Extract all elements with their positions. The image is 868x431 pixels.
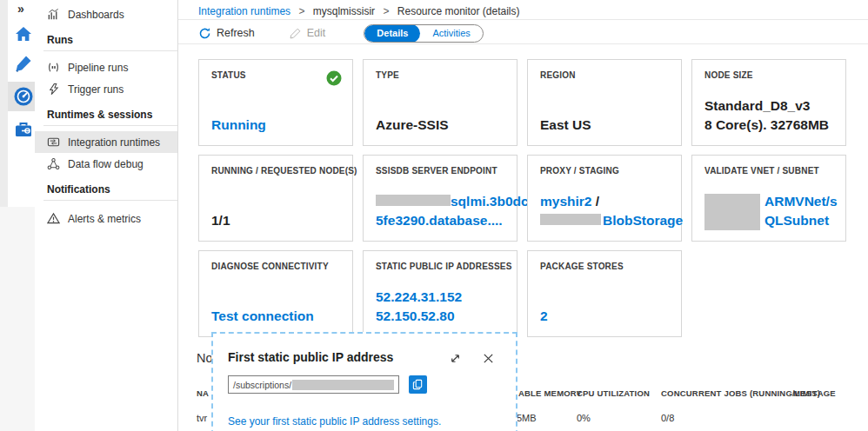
alerts-warning-icon: [47, 212, 60, 225]
toolbar: Refresh Edit Details Activities: [198, 23, 484, 43]
static-ip-2[interactable]: 52.150.52.80: [376, 307, 504, 326]
collapse-nav-icon[interactable]: »: [17, 2, 24, 16]
tab-activities[interactable]: Activities: [420, 24, 482, 43]
nav-item-dashboards[interactable]: Dashboards: [35, 3, 177, 25]
edit-label: Edit: [307, 27, 326, 39]
proxy-name-link[interactable]: myshir2: [540, 194, 591, 209]
nav-item-label: Integration runtimes: [68, 136, 160, 149]
dashboards-icon: [47, 8, 60, 21]
column-header-name: NA: [197, 388, 209, 398]
trigger-runs-icon: [47, 83, 60, 96]
toolbar-divider: [178, 43, 868, 44]
nav-item-pipeline-runs[interactable]: Pipeline runs: [35, 56, 177, 78]
home-icon[interactable]: [14, 25, 33, 44]
column-header-cpu-utilization: CPU UTILIZATION: [577, 388, 650, 398]
data-flow-debug-icon: [47, 157, 60, 170]
manage-toolbox-icon[interactable]: [14, 120, 33, 139]
icon-rail: »: [0, 0, 35, 431]
redaction-block: [540, 214, 601, 225]
card-running-requested-nodes: RUNNING / REQUESTED NODE(S) 1/1: [198, 155, 353, 242]
nav-divider: [43, 200, 177, 201]
node-row-memory: 5MB: [517, 413, 537, 423]
breadcrumb-divider: [178, 19, 868, 20]
node-size-line1: Standard_D8_v3: [704, 96, 833, 116]
staging-line[interactable]: BlobStorage: [540, 211, 669, 230]
status-running-check-icon: [326, 70, 342, 86]
resource-monitor-page: » Dashboards: [0, 0, 868, 431]
ssisdb-endpoint-line1[interactable]: sqlmi.3b0dc: [376, 192, 504, 211]
first-static-ip-dialog: First static public IP address /subscrip…: [211, 332, 517, 431]
card-label: REGION: [540, 70, 669, 80]
monitor-gauge-icon[interactable]: [13, 86, 34, 107]
input-visible-text: /subscriptions/: [233, 380, 291, 390]
ip-resource-id-input[interactable]: /subscriptions/: [228, 375, 399, 394]
nav-item-label: Data flow debug: [68, 158, 144, 170]
node-row-concurrent-jobs: 0/8: [661, 413, 674, 423]
static-ip-1[interactable]: 52.224.31.152: [376, 288, 504, 307]
nav-item-integration-runtimes[interactable]: Integration runtimes: [35, 131, 177, 153]
breadcrumb-separator: >: [298, 5, 304, 17]
edit-button[interactable]: Edit: [290, 27, 326, 39]
card-label: RUNNING / REQUESTED NODE(S): [211, 166, 340, 176]
nav-header-notifications: Notifications: [35, 175, 177, 200]
card-type: TYPE Azure-SSIS: [363, 59, 517, 146]
nodes-heading: No: [197, 351, 213, 365]
close-dialog-icon[interactable]: [482, 352, 495, 365]
type-value: Azure-SSIS: [376, 116, 504, 135]
nav-item-trigger-runs[interactable]: Trigger runs: [35, 78, 177, 100]
dialog-title: First static public IP address: [228, 350, 393, 364]
vnet-line2[interactable]: QLSubnet: [765, 211, 838, 230]
status-value[interactable]: Running: [211, 116, 340, 135]
card-label: PACKAGE STORES: [540, 262, 669, 271]
detail-cards: STATUS Running TYPE Azure-SSIS REGION Ea…: [198, 59, 852, 337]
copy-button[interactable]: [409, 375, 427, 394]
node-size-line2: 8 Core(s). 32768MB: [704, 116, 833, 135]
pipeline-runs-icon: [47, 61, 60, 74]
card-status: STATUS Running: [198, 59, 353, 146]
edit-pencil-icon: [290, 27, 302, 39]
refresh-button[interactable]: Refresh: [198, 27, 255, 40]
expand-dialog-icon[interactable]: [449, 352, 462, 365]
card-validate-vnet-subnet: VALIDATE VNET / SUBNET ARMVNet/s QLSubne…: [691, 155, 846, 242]
column-header-available-memory: ABLE MEMORY: [518, 388, 582, 398]
card-label: STATUS: [211, 70, 340, 80]
redaction-block: [704, 194, 760, 230]
card-diagnose-connectivity: DIAGNOSE CONNECTIVITY Test connection: [198, 250, 353, 337]
test-connection-link[interactable]: Test connection: [211, 307, 340, 326]
card-label: TYPE: [376, 70, 504, 80]
card-region: REGION East US: [527, 59, 682, 146]
copy-icon: [412, 379, 424, 390]
nav-header-runs: Runs: [35, 25, 177, 50]
details-activities-toggle: Details Activities: [364, 24, 483, 43]
nav-item-label: Pipeline runs: [68, 62, 128, 74]
card-label: PROXY / STAGING: [540, 166, 669, 176]
card-label: DIAGNOSE CONNECTIVITY: [211, 262, 340, 271]
breadcrumb: Integration runtimes > mysqlmissisir > R…: [198, 5, 520, 17]
nav-divider: [43, 50, 177, 51]
region-value: East US: [540, 116, 669, 135]
integration-runtimes-icon: [47, 136, 60, 149]
vnet-line1[interactable]: ARMVNet/s: [765, 192, 838, 211]
card-label: SSISDB SERVER ENDPOINT: [376, 166, 504, 176]
card-label: NODE SIZE: [704, 70, 833, 80]
ssisdb-endpoint-line2[interactable]: 5fe3290.database....: [376, 211, 504, 230]
breadcrumb-runtime-name: mysqlmissisir: [313, 5, 375, 17]
card-proxy-staging: PROXY / STAGING myshir2 / BlobStorage: [527, 155, 682, 242]
card-static-public-ips: STATIC PUBLIC IP ADDRESSES 52.224.31.152…: [363, 250, 517, 337]
package-stores-value[interactable]: 2: [540, 307, 669, 326]
card-package-stores: PACKAGE STORES 2: [527, 250, 682, 337]
nav-item-alerts-metrics[interactable]: Alerts & metrics: [35, 208, 177, 229]
first-static-ip-settings-link[interactable]: See your first static public IP address …: [228, 415, 441, 428]
breadcrumb-integration-runtimes[interactable]: Integration runtimes: [198, 5, 290, 17]
refresh-label: Refresh: [217, 27, 255, 39]
nav-item-label: Trigger runs: [68, 83, 124, 96]
author-pencil-icon[interactable]: [14, 54, 33, 73]
breadcrumb-separator: >: [383, 5, 389, 17]
redaction-block: [292, 380, 394, 390]
monitor-nav: Dashboards Runs Pipeline runs Trigger ru…: [35, 0, 178, 431]
tab-details[interactable]: Details: [364, 24, 420, 43]
nav-item-label: Alerts & metrics: [68, 213, 141, 225]
nav-item-data-flow-debug[interactable]: Data flow debug: [35, 153, 177, 175]
column-header-message: MESSAGE: [793, 388, 836, 398]
card-label: VALIDATE VNET / SUBNET: [704, 166, 833, 176]
